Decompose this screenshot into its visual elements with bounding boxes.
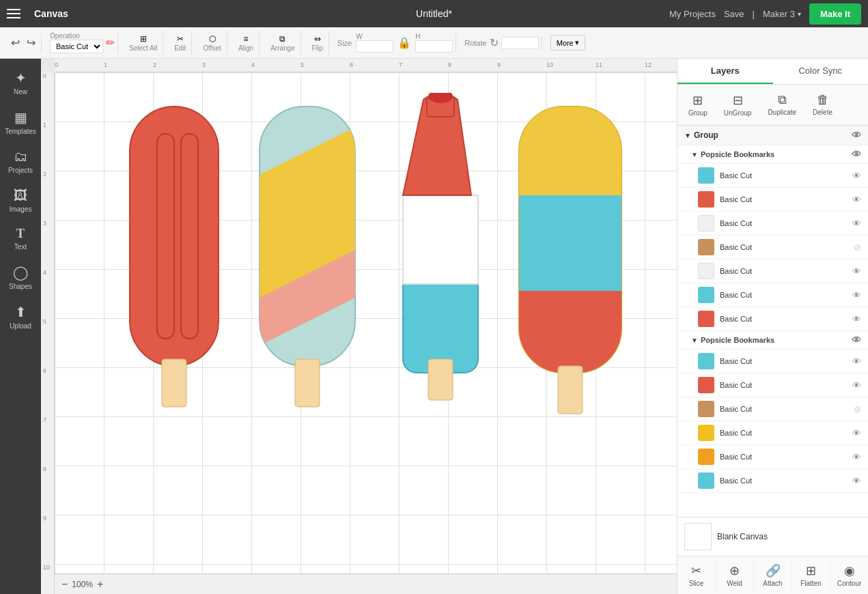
flip-button[interactable]: ⇔ Flip — [309, 31, 326, 55]
sub-group-1-eye[interactable]: 👁 — [852, 149, 861, 160]
layer-item[interactable]: Basic Cut 👁 — [677, 212, 868, 236]
layer-item[interactable]: Basic Cut 👁 — [677, 421, 868, 445]
make-it-button[interactable]: Make It — [809, 3, 861, 25]
sidebar-item-projects[interactable]: 🗂 Projects — [3, 143, 38, 180]
zoom-out-button[interactable]: − — [61, 578, 68, 591]
offset-button[interactable]: ⬡ Offset — [200, 31, 224, 55]
select-all-button[interactable]: ⊞ Select All — [126, 31, 160, 55]
tab-color-sync[interactable]: Color Sync — [773, 59, 869, 84]
sub-group-2-header[interactable]: ▼ Popsicle Bookmarks 👁 — [677, 331, 868, 350]
flatten-tool[interactable]: ⊞ Flatten — [792, 559, 830, 591]
svg-rect-3 — [162, 359, 186, 407]
edit-button[interactable]: ✂ Edit — [171, 31, 188, 55]
eye-icon[interactable]: 👁 — [852, 356, 861, 367]
layer-item[interactable]: Basic Cut ⊘ — [677, 236, 868, 259]
eye-icon[interactable]: 👁 — [852, 266, 861, 277]
sub-group-1-header[interactable]: ▼ Popsicle Bookmarks 👁 — [677, 145, 868, 164]
layer-item[interactable]: Basic Cut 👁 — [677, 469, 868, 493]
blank-canvas-label: Blank Canvas — [717, 532, 768, 541]
layer-item[interactable]: Basic Cut 👁 — [677, 373, 868, 397]
group-button[interactable]: ⊞ Group — [683, 90, 713, 119]
slice-icon: ✂ — [691, 563, 701, 578]
layer-item[interactable]: Basic Cut ⊘ — [677, 397, 868, 421]
duplicate-button[interactable]: ⧉ Duplicate — [762, 90, 802, 119]
panel-toolbar: ⊞ Group ⊟ UnGroup ⧉ Duplicate 🗑 Delete — [677, 85, 868, 126]
pencil-button[interactable]: ✏ — [106, 36, 115, 49]
height-input[interactable] — [415, 40, 453, 53]
eye-icon[interactable]: 👁 — [852, 314, 861, 324]
eye-icon[interactable]: 👁 — [852, 195, 861, 205]
size-label: Size — [337, 39, 352, 47]
attach-tool[interactable]: 🔗 Attach — [754, 559, 792, 591]
shapes-icon: ◯ — [13, 264, 28, 281]
rotate-group: Rotate ↻ — [462, 36, 542, 49]
hamburger-menu[interactable] — [7, 9, 27, 18]
delete-button[interactable]: 🗑 Delete — [807, 90, 838, 119]
color-swatch — [698, 401, 714, 417]
color-swatch — [698, 215, 714, 231]
machine-selector[interactable]: Maker 3 ▾ — [763, 9, 801, 19]
color-swatch — [698, 472, 714, 489]
layer-item[interactable]: Basic Cut 👁 — [677, 350, 868, 373]
align-button[interactable]: ≡ Align — [236, 31, 256, 55]
width-input[interactable] — [356, 40, 393, 53]
undo-button[interactable]: ↩ — [8, 33, 23, 52]
sub-group-2-eye[interactable]: 👁 — [852, 335, 861, 345]
sidebar-item-templates[interactable]: ▦ Templates — [3, 104, 38, 141]
flip-group: ⇔ Flip — [307, 31, 329, 55]
tab-layers[interactable]: Layers — [677, 59, 773, 84]
eye-icon-hidden[interactable]: ⊘ — [854, 242, 861, 253]
zoom-bar: − 100% + — [55, 574, 677, 594]
slice-tool[interactable]: ✂ Slice — [677, 559, 716, 591]
zoom-in-button[interactable]: + — [97, 578, 103, 591]
more-button[interactable]: More ▾ — [550, 35, 585, 51]
sidebar-item-new[interactable]: ✦ New — [3, 64, 38, 101]
group-header[interactable]: ▼ Group 👁 — [677, 126, 868, 145]
weld-tool[interactable]: ⊕ Weld — [716, 559, 754, 591]
layer-item[interactable]: Basic Cut 👁 — [677, 307, 868, 331]
projects-icon: 🗂 — [14, 149, 27, 165]
machine-selector-arrow: ▾ — [798, 10, 801, 18]
operation-select[interactable]: Basic Cut — [50, 40, 103, 53]
contour-tool[interactable]: ◉ Contour — [830, 559, 868, 591]
layers-list: ▼ Group 👁 ▼ Popsicle Bookmarks 👁 Basic C… — [677, 126, 868, 517]
eye-icon-hidden[interactable]: ⊘ — [854, 404, 861, 414]
layer-item[interactable]: Basic Cut 👁 — [677, 188, 868, 212]
eye-icon[interactable]: 👁 — [852, 476, 861, 486]
arrange-button[interactable]: ⧉ Arrange — [268, 31, 298, 55]
projects-label: Projects — [8, 167, 33, 174]
new-label: New — [14, 88, 27, 96]
blank-canvas-row[interactable]: Blank Canvas — [677, 517, 868, 556]
layer-item[interactable]: Basic Cut 👁 — [677, 164, 868, 188]
popsicle-3 — [403, 93, 478, 400]
rotate-input[interactable] — [501, 37, 539, 49]
eye-icon[interactable]: 👁 — [852, 218, 861, 229]
group-eye[interactable]: 👁 — [852, 130, 861, 141]
canvas-content[interactable] — [55, 72, 677, 574]
flatten-icon: ⊞ — [806, 563, 816, 578]
eye-icon[interactable]: 👁 — [852, 380, 861, 391]
bottom-tools: ✂ Slice ⊕ Weld 🔗 Attach ⊞ Flatten ◉ Cont… — [677, 556, 868, 594]
svg-rect-9 — [403, 270, 478, 373]
ungroup-button[interactable]: ⊟ UnGroup — [718, 90, 757, 119]
redo-button[interactable]: ↪ — [24, 33, 38, 52]
sidebar-item-upload[interactable]: ⬆ Upload — [3, 298, 38, 335]
eye-icon[interactable]: 👁 — [852, 452, 861, 462]
canvas-area[interactable]: 0 1 2 3 4 5 6 7 8 9 10 11 12 0 1 2 3 4 5… — [41, 59, 677, 594]
layer-item[interactable]: Basic Cut 👁 — [677, 445, 868, 469]
sidebar-item-text[interactable]: T Text — [3, 221, 38, 256]
upload-icon: ⬆ — [15, 304, 27, 320]
blank-canvas-thumb — [684, 523, 712, 550]
color-swatch — [698, 353, 714, 369]
sidebar-item-images[interactable]: 🖼 Images — [3, 182, 38, 218]
save-button[interactable]: Save — [724, 9, 744, 19]
my-projects-link[interactable]: My Projects — [669, 9, 716, 19]
eye-icon[interactable]: 👁 — [852, 171, 861, 181]
eye-icon[interactable]: 👁 — [852, 428, 861, 438]
eye-icon[interactable]: 👁 — [852, 290, 861, 300]
sidebar-item-shapes[interactable]: ◯ Shapes — [3, 259, 38, 296]
weld-icon: ⊕ — [729, 563, 740, 578]
toolbar: ↩ ↪ Operation Basic Cut ✏ ⊞ Select All ✂… — [0, 27, 868, 59]
layer-item[interactable]: Basic Cut 👁 — [677, 283, 868, 307]
layer-item[interactable]: Basic Cut 👁 — [677, 259, 868, 283]
